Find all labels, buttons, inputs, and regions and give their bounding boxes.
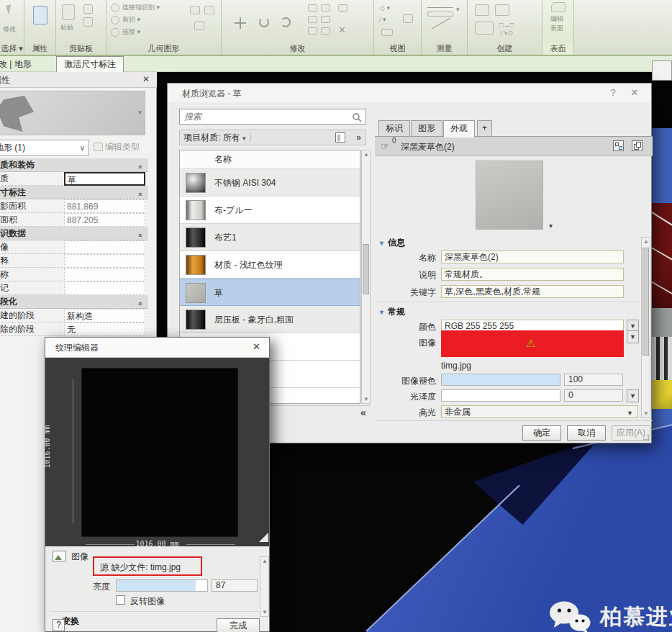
offset-icon[interactable] — [321, 4, 330, 12]
type-selector[interactable]: 地形 (1) ∨ — [0, 140, 89, 155]
panel-scrollbar[interactable]: ▲ ▼ — [260, 556, 269, 617]
measure-caret[interactable]: ▾ — [456, 6, 460, 13]
wall-icon[interactable] — [194, 22, 204, 30]
scroll-down-icon[interactable]: ▼ — [363, 396, 369, 402]
info-section-header[interactable]: ▼信息 — [378, 237, 405, 249]
help-button[interactable]: ? — [53, 619, 65, 631]
expand-panes-icon[interactable]: » — [356, 130, 361, 145]
properties-palette-icon[interactable] — [33, 6, 47, 24]
view-options-icon[interactable] — [335, 132, 345, 143]
modify-cursor-icon[interactable] — [7, 4, 16, 14]
move-icon[interactable] — [235, 17, 246, 29]
close-icon[interactable]: ✕ — [142, 74, 150, 84]
scroll-thumb[interactable] — [643, 248, 649, 356]
search-input[interactable] — [183, 110, 345, 123]
list-header[interactable]: 名称 — [180, 150, 360, 169]
scale-icon[interactable] — [321, 27, 330, 35]
appearance-preview-swatch[interactable] — [476, 161, 543, 230]
material-row[interactable]: 层压板 - 象牙白,粗面 — [180, 306, 360, 333]
tab-graphics[interactable]: 图形 — [411, 120, 442, 137]
section-materials[interactable]: 材质和装饰» — [0, 158, 148, 172]
beam-icon[interactable] — [190, 6, 200, 14]
similar-icon[interactable] — [475, 22, 494, 35]
preview-resize-handle-icon[interactable] — [259, 533, 268, 542]
material-row[interactable]: 不锈钢 AISI 304 — [180, 169, 360, 197]
tab-appearance[interactable]: 外观 — [443, 120, 475, 137]
select-panel-label[interactable]: 选择 ▾ — [0, 42, 24, 55]
material-row[interactable]: 材质 - 浅红色纹理 — [180, 251, 360, 279]
cut-icon[interactable] — [83, 4, 93, 14]
measure-angle-icon[interactable] — [432, 18, 450, 30]
group-icon[interactable] — [475, 4, 489, 16]
rotate-icon[interactable] — [259, 17, 269, 27]
list-scrollbar[interactable]: ▲ ▼ — [361, 150, 371, 404]
section-box-icon[interactable] — [381, 29, 393, 36]
help-icon[interactable]: ? — [605, 86, 621, 99]
gloss-dropdown-icon[interactable]: ▼ — [627, 389, 639, 402]
section-phasing[interactable]: 阶段化» — [0, 295, 148, 309]
section-identity-data[interactable]: 标识数据» — [0, 227, 148, 240]
highlight-dropdown[interactable]: 非金属▼ — [441, 405, 638, 418]
section-dimensions[interactable]: 尺寸标注» — [0, 186, 148, 199]
add-asset-tab[interactable]: + — [477, 120, 492, 137]
pin-icon[interactable] — [338, 4, 348, 12]
scroll-down-icon[interactable]: ▼ — [262, 609, 268, 615]
dimension-icon[interactable] — [427, 12, 453, 17]
info-name-field[interactable]: 深黑麦草色(2) — [441, 250, 624, 263]
array-icon[interactable] — [308, 27, 317, 35]
scroll-up-icon[interactable]: ▲ — [363, 151, 369, 158]
material-row[interactable]: 布艺1 — [180, 224, 360, 251]
measure-line-icon[interactable] — [427, 7, 453, 8]
edit-surface-icon[interactable] — [551, 2, 566, 12]
brightness-slider[interactable] — [116, 579, 208, 592]
general-section-header[interactable]: ▼常规 — [378, 306, 405, 318]
material-row-selected[interactable]: 草 — [180, 279, 360, 306]
cope-icon[interactable] — [204, 6, 214, 14]
mirror-icon[interactable] — [281, 17, 291, 27]
missing-image-warning-box[interactable]: ⚠ — [441, 330, 624, 357]
spot-slope-icon[interactable]: ∕ ▾ — [380, 16, 386, 23]
panel-scrollbar[interactable]: ▲ ▼ — [641, 237, 650, 418]
duplicate-asset-icon[interactable] — [632, 140, 643, 151]
collapse-library-button[interactable]: « — [360, 406, 366, 418]
glossiness-slider[interactable] — [441, 389, 560, 402]
done-button[interactable]: 完成 — [217, 618, 260, 632]
geo-join-cut-item[interactable]: 连接端切割 ▾ — [122, 3, 160, 12]
swap-asset-icon[interactable] — [613, 140, 624, 151]
trim-icon[interactable] — [321, 16, 330, 23]
cancel-button[interactable]: 取消 — [567, 425, 606, 441]
texture-image[interactable] — [81, 368, 238, 537]
type-preview-image[interactable]: ▾ — [0, 91, 145, 135]
edit-surface-label[interactable]: 编辑表面 — [550, 14, 563, 33]
material-row[interactable]: 布-ブルー — [180, 197, 360, 224]
active-tool-tab[interactable]: 激活尺寸标注 — [56, 56, 124, 72]
ok-button[interactable]: 确定 — [522, 425, 561, 441]
resize-grip[interactable] — [643, 435, 649, 441]
view-icon[interactable] — [403, 14, 413, 23]
info-keywords-field[interactable]: 草,深色,黑麦色,材质,常规 — [441, 285, 624, 298]
assembly-icon[interactable] — [495, 4, 509, 16]
preview-caret-icon[interactable]: ▾ — [138, 109, 142, 116]
geo-join-item[interactable]: 连接 ▾ — [122, 27, 140, 37]
align-icon[interactable] — [308, 4, 317, 12]
delete-icon[interactable]: ✕ — [338, 24, 346, 35]
project-materials-filter[interactable]: 项目材质: 所有 ▾ 〉 » — [179, 130, 366, 145]
material-value-field[interactable]: 草 — [64, 172, 145, 186]
info-desc-field[interactable]: 常规材质。 — [441, 268, 624, 281]
image-fade-slider[interactable] — [441, 374, 560, 386]
geo-cut-item[interactable]: 剪切 ▾ — [122, 15, 140, 24]
image-fade-value[interactable]: 100 — [564, 374, 623, 386]
paste-icon[interactable] — [62, 4, 75, 20]
glossiness-value[interactable]: 0 — [564, 389, 623, 402]
close-icon[interactable]: ✕ — [253, 341, 260, 352]
split-icon[interactable] — [308, 16, 317, 23]
dialog-titlebar[interactable]: 纹理编辑器 ✕ — [45, 338, 269, 358]
scroll-thumb[interactable] — [363, 244, 369, 294]
image-dropdown-icon[interactable]: ▼ — [627, 330, 639, 343]
dialog-titlebar[interactable]: 材质浏览器 - 草 ? ✕ — [168, 83, 651, 102]
scroll-down-icon[interactable]: ▼ — [643, 410, 649, 417]
brightness-value[interactable]: 87 — [212, 579, 258, 592]
invert-image-checkbox[interactable] — [116, 595, 125, 605]
tab-identity[interactable]: 标识 — [378, 120, 410, 137]
scroll-up-icon[interactable]: ▲ — [643, 238, 649, 245]
